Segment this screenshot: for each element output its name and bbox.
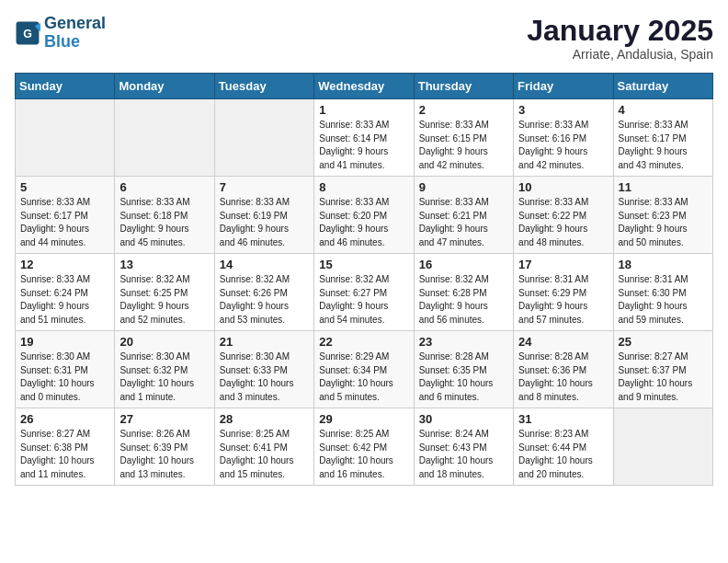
day-info: Sunrise: 8:31 AM Sunset: 6:29 PM Dayligh… (518, 273, 608, 327)
day-info: Sunrise: 8:32 AM Sunset: 6:26 PM Dayligh… (220, 273, 309, 327)
calendar-cell: 14Sunrise: 8:32 AM Sunset: 6:26 PM Dayli… (214, 254, 313, 331)
day-info: Sunrise: 8:27 AM Sunset: 6:37 PM Dayligh… (619, 350, 708, 404)
day-number: 2 (419, 103, 508, 117)
day-number: 23 (419, 335, 508, 349)
weekday-header-thursday: Thursday (414, 74, 513, 99)
day-number: 27 (119, 412, 209, 426)
day-number: 30 (419, 412, 508, 426)
calendar-cell: 28Sunrise: 8:25 AM Sunset: 6:41 PM Dayli… (214, 408, 313, 486)
weekday-header-saturday: Saturday (613, 74, 712, 99)
day-number: 4 (619, 103, 708, 117)
day-number: 9 (419, 180, 508, 194)
week-row-1: 1Sunrise: 8:33 AM Sunset: 6:14 PM Daylig… (16, 99, 713, 177)
calendar-cell (613, 408, 712, 486)
day-info: Sunrise: 8:28 AM Sunset: 6:36 PM Dayligh… (518, 350, 608, 404)
calendar-cell: 6Sunrise: 8:33 AM Sunset: 6:18 PM Daylig… (115, 177, 214, 254)
calendar-title: January 2025 (527, 15, 713, 47)
calendar-cell: 16Sunrise: 8:32 AM Sunset: 6:28 PM Dayli… (414, 254, 513, 331)
week-row-3: 12Sunrise: 8:33 AM Sunset: 6:24 PM Dayli… (16, 254, 713, 331)
calendar-cell: 4Sunrise: 8:33 AM Sunset: 6:17 PM Daylig… (613, 99, 712, 177)
calendar-cell: 7Sunrise: 8:33 AM Sunset: 6:19 PM Daylig… (214, 177, 313, 254)
calendar-cell (115, 99, 214, 177)
day-info: Sunrise: 8:30 AM Sunset: 6:33 PM Dayligh… (220, 350, 309, 404)
day-info: Sunrise: 8:30 AM Sunset: 6:32 PM Dayligh… (119, 350, 209, 404)
day-number: 24 (518, 335, 608, 349)
calendar-cell: 22Sunrise: 8:29 AM Sunset: 6:34 PM Dayli… (314, 331, 414, 408)
day-number: 8 (319, 180, 408, 194)
day-info: Sunrise: 8:33 AM Sunset: 6:22 PM Dayligh… (518, 196, 608, 249)
day-info: Sunrise: 8:33 AM Sunset: 6:14 PM Dayligh… (319, 119, 408, 172)
day-number: 25 (619, 335, 708, 349)
weekday-header-monday: Monday (115, 74, 214, 99)
day-number: 1 (319, 103, 408, 117)
day-info: Sunrise: 8:23 AM Sunset: 6:44 PM Dayligh… (518, 428, 608, 481)
calendar-cell: 8Sunrise: 8:33 AM Sunset: 6:20 PM Daylig… (314, 177, 414, 254)
day-number: 31 (518, 412, 608, 426)
title-block: January 2025 Arriate, Andalusia, Spain (527, 15, 713, 62)
weekday-header-tuesday: Tuesday (214, 74, 313, 99)
week-row-2: 5Sunrise: 8:33 AM Sunset: 6:17 PM Daylig… (16, 177, 713, 254)
logo: G General Blue (15, 15, 106, 52)
calendar-cell: 3Sunrise: 8:33 AM Sunset: 6:16 PM Daylig… (514, 99, 613, 177)
day-info: Sunrise: 8:33 AM Sunset: 6:20 PM Dayligh… (319, 196, 408, 249)
day-info: Sunrise: 8:33 AM Sunset: 6:15 PM Dayligh… (419, 119, 508, 172)
day-number: 10 (518, 180, 608, 194)
day-info: Sunrise: 8:33 AM Sunset: 6:24 PM Dayligh… (20, 273, 109, 327)
day-info: Sunrise: 8:32 AM Sunset: 6:25 PM Dayligh… (119, 273, 209, 327)
day-number: 22 (319, 335, 408, 349)
calendar-cell: 10Sunrise: 8:33 AM Sunset: 6:22 PM Dayli… (514, 177, 613, 254)
day-info: Sunrise: 8:33 AM Sunset: 6:21 PM Dayligh… (419, 196, 508, 249)
day-number: 28 (220, 412, 309, 426)
day-info: Sunrise: 8:27 AM Sunset: 6:38 PM Dayligh… (20, 428, 109, 481)
calendar-table: SundayMondayTuesdayWednesdayThursdayFrid… (15, 73, 713, 486)
calendar-cell: 19Sunrise: 8:30 AM Sunset: 6:31 PM Dayli… (16, 331, 115, 408)
calendar-cell: 11Sunrise: 8:33 AM Sunset: 6:23 PM Dayli… (613, 177, 712, 254)
day-number: 29 (319, 412, 408, 426)
calendar-cell: 17Sunrise: 8:31 AM Sunset: 6:29 PM Dayli… (514, 254, 613, 331)
calendar-subtitle: Arriate, Andalusia, Spain (527, 47, 713, 62)
day-info: Sunrise: 8:24 AM Sunset: 6:43 PM Dayligh… (419, 428, 508, 481)
weekday-header-sunday: Sunday (16, 74, 115, 99)
day-info: Sunrise: 8:33 AM Sunset: 6:16 PM Dayligh… (518, 119, 608, 172)
calendar-cell (214, 99, 313, 177)
day-number: 16 (419, 258, 508, 271)
day-info: Sunrise: 8:33 AM Sunset: 6:18 PM Dayligh… (119, 196, 209, 249)
calendar-cell: 21Sunrise: 8:30 AM Sunset: 6:33 PM Dayli… (214, 331, 313, 408)
calendar-cell: 25Sunrise: 8:27 AM Sunset: 6:37 PM Dayli… (613, 331, 712, 408)
calendar-cell: 20Sunrise: 8:30 AM Sunset: 6:32 PM Dayli… (115, 331, 214, 408)
day-number: 7 (220, 180, 309, 194)
logo-line1: General (44, 14, 106, 32)
day-info: Sunrise: 8:33 AM Sunset: 6:19 PM Dayligh… (220, 196, 309, 249)
logo-text: General Blue (44, 15, 106, 52)
day-info: Sunrise: 8:26 AM Sunset: 6:39 PM Dayligh… (119, 428, 209, 481)
day-number: 11 (619, 180, 708, 194)
calendar-cell: 31Sunrise: 8:23 AM Sunset: 6:44 PM Dayli… (514, 408, 613, 486)
day-info: Sunrise: 8:30 AM Sunset: 6:31 PM Dayligh… (20, 350, 109, 404)
calendar-cell (16, 99, 115, 177)
day-info: Sunrise: 8:33 AM Sunset: 6:17 PM Dayligh… (20, 196, 109, 249)
day-info: Sunrise: 8:32 AM Sunset: 6:28 PM Dayligh… (419, 273, 508, 327)
day-info: Sunrise: 8:25 AM Sunset: 6:42 PM Dayligh… (319, 428, 408, 481)
day-number: 17 (518, 258, 608, 271)
day-number: 12 (20, 258, 109, 271)
calendar-cell: 23Sunrise: 8:28 AM Sunset: 6:35 PM Dayli… (414, 331, 513, 408)
page-header: G General Blue January 2025 Arriate, And… (15, 15, 713, 62)
day-number: 3 (518, 103, 608, 117)
day-number: 19 (20, 335, 109, 349)
day-number: 6 (119, 180, 209, 194)
calendar-cell: 26Sunrise: 8:27 AM Sunset: 6:38 PM Dayli… (16, 408, 115, 486)
day-number: 26 (20, 412, 109, 426)
calendar-cell: 13Sunrise: 8:32 AM Sunset: 6:25 PM Dayli… (115, 254, 214, 331)
day-info: Sunrise: 8:29 AM Sunset: 6:34 PM Dayligh… (319, 350, 408, 404)
weekday-header-row: SundayMondayTuesdayWednesdayThursdayFrid… (16, 74, 713, 99)
weekday-header-wednesday: Wednesday (314, 74, 414, 99)
svg-text:G: G (23, 27, 32, 40)
calendar-cell: 9Sunrise: 8:33 AM Sunset: 6:21 PM Daylig… (414, 177, 513, 254)
day-number: 15 (319, 258, 408, 271)
day-info: Sunrise: 8:28 AM Sunset: 6:35 PM Dayligh… (419, 350, 508, 404)
logo-icon: G (15, 20, 40, 46)
calendar-cell: 12Sunrise: 8:33 AM Sunset: 6:24 PM Dayli… (16, 254, 115, 331)
day-number: 13 (119, 258, 209, 271)
calendar-cell: 15Sunrise: 8:32 AM Sunset: 6:27 PM Dayli… (314, 254, 414, 331)
day-number: 21 (220, 335, 309, 349)
